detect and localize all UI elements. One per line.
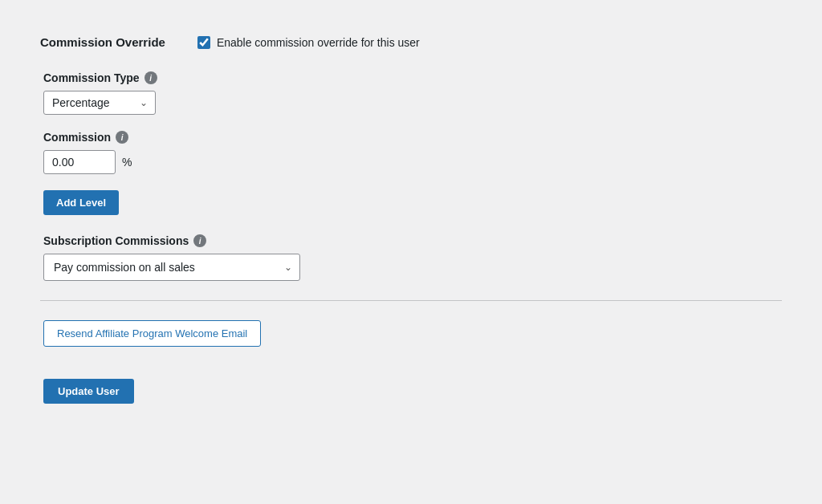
subscription-commissions-label: Subscription Commissions i	[43, 234, 782, 247]
commission-type-group: Commission Type i Percentage Flat Rate ⌄	[43, 71, 782, 115]
resend-email-button[interactable]: Resend Affiliate Program Welcome Email	[43, 320, 261, 347]
commission-input[interactable]	[43, 150, 116, 174]
enable-override-checkbox[interactable]	[197, 36, 210, 49]
main-container: Commission Override Enable commission ov…	[18, 16, 804, 423]
commission-group: Commission i %	[43, 131, 782, 174]
subscription-commissions-group: Subscription Commissions i Pay commissio…	[43, 234, 782, 281]
commission-type-select-wrapper: Percentage Flat Rate ⌄	[43, 91, 156, 115]
subscription-commissions-info-icon[interactable]: i	[193, 234, 206, 247]
add-level-button[interactable]: Add Level	[43, 190, 119, 215]
commission-input-row: %	[43, 150, 782, 174]
commission-type-info-icon[interactable]: i	[144, 71, 157, 84]
section-divider	[40, 300, 782, 301]
commission-type-select[interactable]: Percentage Flat Rate	[43, 91, 156, 115]
commission-label: Commission i	[43, 131, 782, 144]
resend-email-section: Resend Affiliate Program Welcome Email	[40, 320, 782, 366]
update-user-button[interactable]: Update User	[43, 379, 134, 404]
commission-info-icon[interactable]: i	[116, 131, 128, 144]
enable-override-text: Enable commission override for this user	[217, 36, 420, 49]
subscription-select-wrapper: Pay commission on all sales Pay commissi…	[43, 254, 300, 281]
commission-unit: %	[122, 156, 132, 169]
commission-override-title: Commission Override	[40, 35, 165, 49]
subscription-commissions-select[interactable]: Pay commission on all sales Pay commissi…	[43, 254, 300, 281]
commission-type-label: Commission Type i	[43, 71, 782, 84]
commission-override-header: Commission Override Enable commission ov…	[40, 35, 782, 49]
enable-override-label[interactable]: Enable commission override for this user	[197, 36, 420, 49]
